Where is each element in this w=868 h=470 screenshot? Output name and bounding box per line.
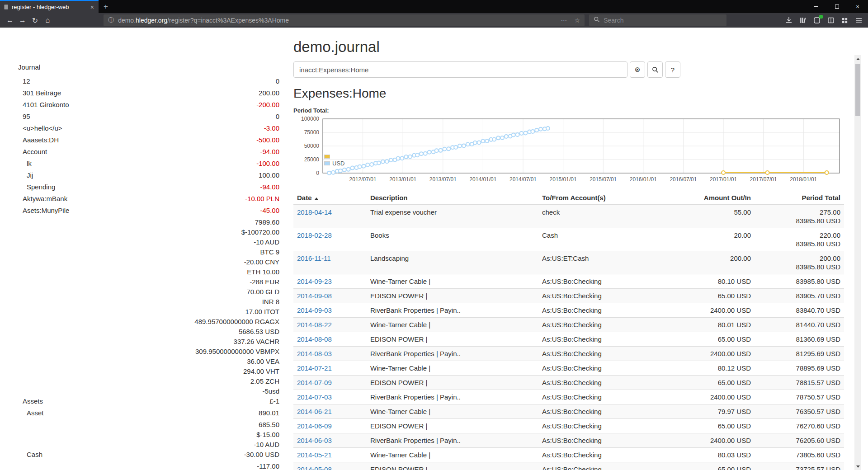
page-actions-icon[interactable]: ⋯	[561, 17, 567, 24]
transaction-date-link[interactable]: 2014-08-22	[297, 321, 332, 329]
register-row: 2014-07-09EDISON POWER |As:US:Bo:Checkin…	[293, 376, 844, 390]
back-icon[interactable]: ←	[4, 14, 16, 26]
sidebar-account-link[interactable]: Spending	[18, 181, 117, 193]
transaction-date-link[interactable]: 2014-07-03	[297, 393, 332, 401]
sidebar-account-balance: -500.00	[117, 134, 279, 146]
help-button[interactable]: ?	[665, 61, 680, 78]
browser-search-bar[interactable]: Search	[589, 14, 726, 26]
transaction-date-link[interactable]: 2014-09-23	[297, 277, 332, 285]
transaction-period-total: 76350.57 USD	[755, 404, 844, 419]
sidebar-account-link[interactable]: Aaasets:DH	[18, 134, 117, 146]
transaction-date-link[interactable]: 2014-09-03	[297, 306, 332, 314]
register-row: 2014-09-03RiverBank Properties | Payin..…	[293, 303, 844, 318]
transaction-date-link[interactable]: 2014-09-08	[297, 292, 332, 300]
library-icon[interactable]	[797, 15, 808, 26]
submit-search-button[interactable]	[647, 61, 663, 78]
transaction-date-link[interactable]: 2014-08-03	[297, 350, 332, 357]
sidebar-account-link[interactable]: Assets	[18, 216, 117, 407]
search-icon	[594, 16, 600, 24]
sidebar-account-link[interactable]: 12	[18, 75, 117, 87]
sidebar-account-link[interactable]: 95	[18, 111, 117, 122]
scroll-up-button[interactable]	[854, 55, 861, 62]
home-icon[interactable]: ⌂	[41, 14, 54, 26]
clear-query-button[interactable]: ⊗	[630, 61, 645, 78]
browser-tab[interactable]: register - hledger-web ×	[0, 0, 99, 13]
svg-text:2015/01/01: 2015/01/01	[550, 176, 577, 183]
transaction-date-link[interactable]: 2014-06-21	[297, 408, 332, 415]
register-row: 2018-04-14Trial expense vouchercheck55.0…	[293, 205, 844, 228]
sidebar-account-link[interactable]: Asset	[18, 407, 117, 419]
sidebar-account-link[interactable]: Aktywa:mBank	[18, 193, 117, 205]
legend-label: USD	[332, 160, 344, 167]
svg-text:2016/07/01: 2016/07/01	[670, 176, 697, 183]
transaction-date-link[interactable]: 2014-07-09	[297, 379, 332, 386]
sidebar-account-link[interactable]: Jij	[18, 169, 117, 181]
query-input[interactable]	[293, 61, 627, 78]
transaction-date-link[interactable]: 2016-11-11	[297, 254, 331, 262]
transaction-date-link[interactable]: 2014-07-21	[297, 364, 332, 372]
svg-text:2017/01/01: 2017/01/01	[710, 176, 737, 183]
sidebar-account-link[interactable]: Cash	[18, 419, 117, 461]
transaction-period-total: 73805.60 USD	[755, 448, 844, 462]
minimize-button[interactable]	[806, 0, 826, 13]
reload-icon[interactable]: ↻	[29, 14, 42, 26]
register-row: 2016-11-11LandscapingAs:US:ET:Cash200.00…	[293, 251, 844, 274]
transaction-date: 2014-08-08	[293, 332, 367, 347]
sidebar-account-row: 4101 Girokonto-200.00	[18, 99, 279, 111]
transaction-amount: 200.00	[675, 251, 755, 274]
scrollbar-thumb[interactable]	[855, 64, 860, 116]
svg-text:0: 0	[316, 170, 319, 176]
journal-link[interactable]: Journal	[18, 63, 279, 72]
column-header-date[interactable]: Date	[293, 192, 367, 205]
url-bar[interactable]: ⓘ demo.hledger.org/register?q=inacct%3AE…	[104, 14, 585, 26]
sidebar-account-balance: -94.00	[117, 146, 279, 158]
sidebar-account-link[interactable]: 301 Beiträge	[18, 87, 117, 99]
sidebar-account-row: 301 Beiträge200.00	[18, 87, 279, 99]
toolbar-icons	[783, 15, 864, 26]
sidebar-account-link[interactable]: Account	[18, 146, 117, 158]
extension-icon[interactable]	[811, 15, 822, 26]
transaction-account: As:US:ET:Cash	[538, 251, 675, 274]
transaction-period-total: 83985.80 USD	[755, 274, 844, 289]
transaction-date-link[interactable]: 2014-08-08	[297, 335, 332, 343]
sidebar-toggle-icon[interactable]	[826, 15, 836, 26]
scroll-down-button[interactable]	[854, 463, 861, 470]
transaction-amount: 80.10 USD	[675, 274, 755, 289]
chart-plot[interactable]: 02500050000750001000002012/07/012013/01/…	[297, 116, 844, 188]
sidebar-account-link[interactable]: 4101 Girokonto	[18, 99, 117, 111]
period-total-chart[interactable]: 02500050000750001000002012/07/012013/01/…	[297, 116, 844, 188]
forward-icon[interactable]: →	[16, 14, 29, 26]
period-total-label: Period Total:	[293, 107, 854, 114]
transaction-date: 2014-06-03	[293, 433, 367, 448]
sidebar-account-link[interactable]: <u>hello</u>	[18, 122, 117, 134]
page-scrollbar[interactable]	[854, 55, 861, 470]
transaction-date: 2014-07-21	[293, 361, 367, 376]
downloads-icon[interactable]	[783, 15, 794, 26]
transaction-date-link[interactable]: 2014-06-03	[297, 437, 332, 444]
tab-close-icon[interactable]: ×	[89, 4, 95, 11]
new-tab-button[interactable]: +	[99, 0, 113, 13]
sidebar-account-balance: 7989.60$-100720.00-10 AUDBTC 9-20.00 CNY…	[117, 216, 279, 407]
transaction-date-link[interactable]: 2014-05-21	[297, 451, 332, 459]
page-content: Journal 120301 Beiträge200.004101 Giroko…	[0, 28, 861, 470]
menu-icon[interactable]	[854, 15, 864, 26]
transaction-date-link[interactable]: 2018-04-14	[297, 208, 332, 216]
apps-grid-icon[interactable]	[840, 15, 850, 26]
url-domain: hledger.org	[136, 17, 167, 24]
transaction-description: Wine-Tarner Cable |	[367, 404, 538, 419]
page-info-icon[interactable]: ⓘ	[108, 16, 114, 24]
sidebar-account-row: Assets7989.60$-100720.00-10 AUDBTC 9-20.…	[18, 216, 279, 407]
transaction-date-link[interactable]: 2014-06-09	[297, 422, 332, 430]
sidebar-account-link[interactable]: lk	[18, 158, 117, 169]
sidebar-account-balance: -94.00	[117, 181, 279, 193]
sidebar-account-link[interactable]: Asets:MunyPile	[18, 205, 117, 216]
transaction-date-link[interactable]: 2018-02-28	[297, 231, 332, 239]
transaction-date-link[interactable]: 2014-05-08	[297, 465, 332, 470]
bookmark-star-icon[interactable]: ☆	[575, 17, 580, 24]
close-button[interactable]: ×	[847, 0, 868, 13]
register-row: 2014-08-22Wine-Tarner Cable |As:US:Bo:Ch…	[293, 318, 844, 332]
maximize-button[interactable]	[826, 0, 847, 13]
sidebar-account-link[interactable]	[18, 461, 117, 470]
legend-swatch	[324, 155, 330, 159]
accounts-table: 120301 Beiträge200.004101 Girokonto-200.…	[18, 75, 279, 470]
